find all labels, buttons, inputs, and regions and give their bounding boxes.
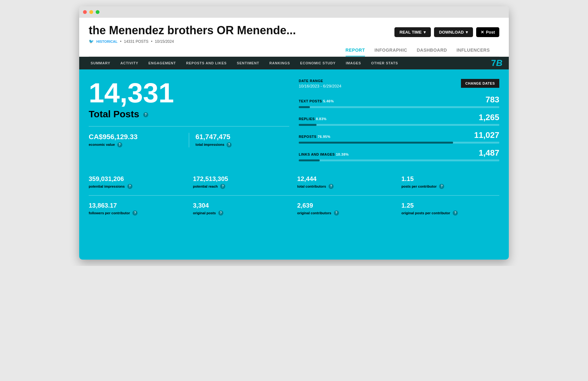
subnav-economic[interactable]: ECONOMIC STUDY <box>295 57 341 69</box>
replies-pct: 8.83% <box>316 117 327 121</box>
text-posts-label: TEXT POSTS 5.46% <box>299 99 334 103</box>
economic-value-block: CA$956,129.33 economic value ? <box>89 133 182 147</box>
content-grid: 14,331 Total Posts ? CA$956,129.33 econo… <box>89 79 499 166</box>
header-actions: REAL TIME ▾ DOWNLOAD ▾ ✕ Post <box>394 27 499 37</box>
separator-2: • <box>151 39 152 44</box>
total-impressions-label: total impressions ? <box>195 142 289 147</box>
posts-per-contributor-label: posts per contributor ? <box>401 184 499 189</box>
main-content: 14,331 Total Posts ? CA$956,129.33 econo… <box>79 69 509 260</box>
replies-count: 1,265 <box>479 113 499 122</box>
pot-imp-help[interactable]: ? <box>127 184 132 189</box>
potential-reach-value: 172,513,305 <box>193 175 291 183</box>
original-contributors-value: 2,639 <box>297 202 395 209</box>
post-type-replies: REPLIES 8.83% 1,265 <box>299 113 499 126</box>
post-type-reposts: REPOSTS 76.95% 11,027 <box>299 130 499 144</box>
bottom-stats: 359,031,206 potential impressions ? 172,… <box>89 175 499 216</box>
stats-row-1: 359,031,206 potential impressions ? 172,… <box>89 175 499 189</box>
total-contributors-label: total contributors ? <box>297 184 395 189</box>
links-label: LINKS AND IMAGES 10.38% <box>299 152 349 156</box>
date-display: 10/15/2024 <box>155 39 174 44</box>
brand-seven: 7 <box>491 58 496 68</box>
download-button[interactable]: DOWNLOAD ▾ <box>434 27 473 37</box>
reposts-count: 11,027 <box>474 130 499 140</box>
op-help[interactable]: ? <box>218 210 223 216</box>
pot-reach-help[interactable]: ? <box>220 184 225 189</box>
reposts-pct: 76.95% <box>318 135 330 139</box>
subnav-rankings[interactable]: RANKINGS <box>264 57 295 69</box>
subnav-summary[interactable]: SUMMARY <box>86 57 115 69</box>
post-type-text: TEXT POSTS 5.46% 783 <box>299 95 499 108</box>
total-impressions: 61,747,475 <box>195 133 289 141</box>
oc-help[interactable]: ? <box>334 210 339 216</box>
original-contributors-label: original contributors ? <box>297 210 395 216</box>
potential-reach-cell: 172,513,305 potential reach ? <box>193 175 291 189</box>
replies-label: REPLIES 8.83% <box>299 117 327 121</box>
post-type-text-header: TEXT POSTS 5.46% 783 <box>299 95 499 105</box>
ppc-help[interactable]: ? <box>439 184 444 189</box>
post-type-reposts-header: REPOSTS 76.95% 11,027 <box>299 130 499 140</box>
realtime-button[interactable]: REAL TIME ▾ <box>394 27 431 37</box>
impressions-help[interactable]: ? <box>227 142 232 147</box>
chevron-down-icon: ▾ <box>424 30 426 35</box>
links-pct: 10.38% <box>336 152 349 156</box>
potential-impressions-value: 359,031,206 <box>89 175 187 183</box>
economic-impressions-row: CA$956,129.33 economic value ? 61,747,47… <box>89 133 289 147</box>
download-label: DOWNLOAD <box>439 30 464 35</box>
subnav-activity[interactable]: ACTIVITY <box>115 57 144 69</box>
tab-influencers[interactable]: INFLUENCERS <box>457 48 490 56</box>
original-posts-label: original posts ? <box>193 210 291 216</box>
chevron-down-icon-2: ▾ <box>466 30 468 35</box>
potential-impressions-label: potential impressions ? <box>89 184 187 189</box>
fpc-help[interactable]: ? <box>132 210 137 216</box>
post-button[interactable]: ✕ Post <box>476 27 499 37</box>
original-posts-per-contributor-cell: 1.25 original posts per contributor ? <box>401 202 499 216</box>
tab-report[interactable]: REPORT <box>346 48 365 56</box>
tab-dashboard[interactable]: DASHBOARD <box>417 48 447 56</box>
text-posts-count: 783 <box>486 95 499 105</box>
subnav-reposts[interactable]: REPOSTS AND LIKES <box>181 57 232 69</box>
posts-per-contributor-cell: 1.15 posts per contributor ? <box>401 175 499 189</box>
minimize-dot[interactable] <box>89 10 93 14</box>
replies-bar-track <box>299 124 499 126</box>
post-type-links: LINKS AND IMAGES 10.38% 1,487 <box>299 148 499 161</box>
reposts-bar-track <box>299 142 499 144</box>
subnav-images[interactable]: IMAGES <box>341 57 366 69</box>
left-panel: 14,331 Total Posts ? CA$956,129.33 econo… <box>89 79 289 166</box>
x-icon: ✕ <box>481 30 484 35</box>
total-contributors-cell: 12,444 total contributors ? <box>297 175 395 189</box>
total-posts-help[interactable]: ? <box>143 112 148 117</box>
maximize-dot[interactable] <box>96 10 99 14</box>
tot-contrib-help[interactable]: ? <box>329 184 334 189</box>
posts-count: 14331 POSTS <box>124 39 148 44</box>
meta-row: 🐦 HISTORICAL • 14331 POSTS • 10/15/2024 <box>89 39 499 44</box>
brand-b: B <box>496 58 502 68</box>
oppc-help[interactable]: ? <box>453 210 458 216</box>
total-contributors-value: 12,444 <box>297 175 395 183</box>
economic-value: CA$956,129.33 <box>89 133 182 141</box>
sub-nav: SUMMARY ACTIVITY ENGAGEMENT REPOSTS AND … <box>79 57 509 69</box>
potential-reach-label: potential reach ? <box>193 184 291 189</box>
sub-nav-items: SUMMARY ACTIVITY ENGAGEMENT REPOSTS AND … <box>86 57 403 69</box>
total-posts-number: 14,331 <box>89 79 289 107</box>
links-bar-track <box>299 159 499 161</box>
bottom-divider <box>89 195 499 196</box>
subnav-engagement[interactable]: ENGAGEMENT <box>144 57 181 69</box>
realtime-label: REAL TIME <box>399 30 422 35</box>
stat-divider <box>189 133 189 147</box>
subnav-sentiment[interactable]: SENTIMENT <box>232 57 265 69</box>
change-dates-button[interactable]: CHANGE DATES <box>461 79 499 88</box>
text-posts-pct: 5.46% <box>323 99 334 103</box>
post-type-replies-header: REPLIES 8.83% 1,265 <box>299 113 499 122</box>
economic-help[interactable]: ? <box>117 142 122 147</box>
post-type-links-header: LINKS AND IMAGES 10.38% 1,487 <box>299 148 499 158</box>
subnav-otherstats[interactable]: OTHER STATS <box>366 57 403 69</box>
links-count: 1,487 <box>479 148 499 158</box>
original-posts-per-contributor-label: original posts per contributor ? <box>401 210 499 216</box>
header-area: the Menendez brothers OR Menende... REAL… <box>79 18 509 57</box>
separator-1: • <box>120 39 121 44</box>
tab-infographic[interactable]: INFOGRAPHIC <box>374 48 407 56</box>
close-dot[interactable] <box>83 10 87 14</box>
tab-nav: REPORT INFOGRAPHIC DASHBOARD INFLUENCERS <box>89 44 499 57</box>
divider-1 <box>89 126 289 126</box>
links-bar <box>299 159 320 161</box>
